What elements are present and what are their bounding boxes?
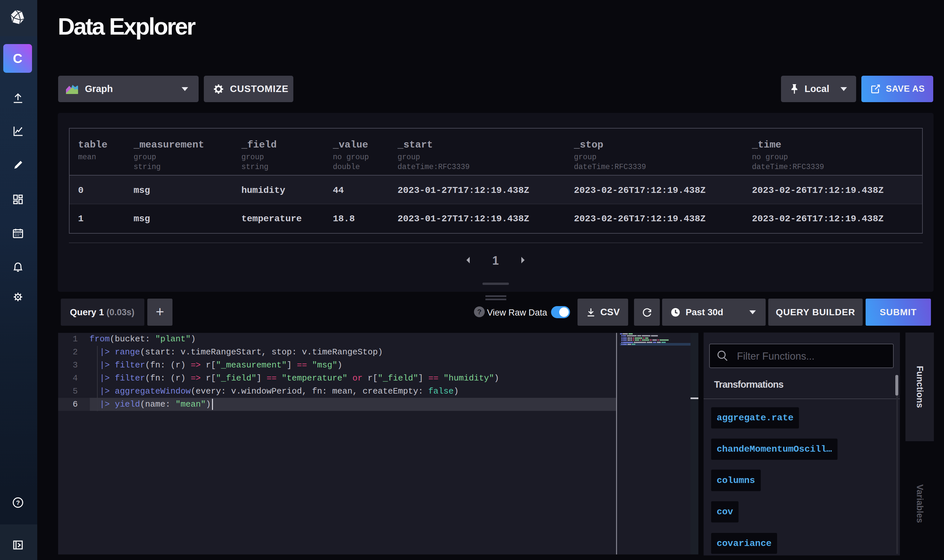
svg-text:?: ? xyxy=(16,499,20,506)
